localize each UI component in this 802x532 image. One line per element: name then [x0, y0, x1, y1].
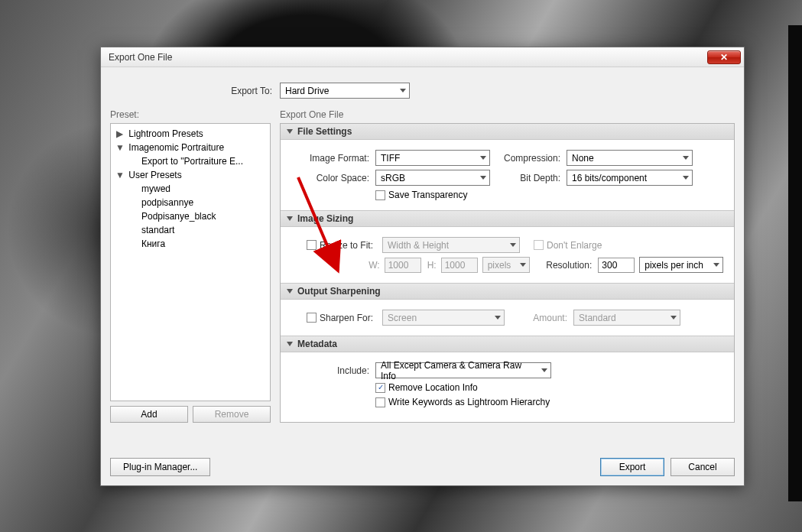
sharpen-for-checkbox[interactable]: [307, 313, 317, 323]
add-preset-button[interactable]: Add: [110, 406, 188, 423]
resize-to-fit-checkbox[interactable]: [307, 240, 317, 250]
resize-to-fit-label: Resize to Fit:: [320, 240, 382, 251]
dialog-body: Export To: Hard Drive Preset: ▶ Lightroo…: [101, 67, 744, 485]
background-image: Export One File ✕ Export To: Hard Drive …: [0, 0, 802, 532]
remove-location-checkbox[interactable]: [375, 383, 385, 393]
close-button[interactable]: ✕: [707, 50, 741, 64]
amount-combo: Standard: [573, 310, 680, 326]
width-input: [385, 258, 421, 273]
dialog-title: Export One File: [109, 52, 172, 63]
preset-item[interactable]: Книга: [111, 237, 270, 251]
chevron-down-icon: [480, 176, 486, 180]
resize-mode-combo: Width & Height: [382, 237, 520, 253]
include-label: Include:: [291, 365, 375, 376]
section-title: File Settings: [297, 126, 352, 137]
section-output-sharpening[interactable]: Output Sharpening: [281, 283, 734, 300]
sharpen-for-combo: Screen: [382, 310, 505, 326]
section-metadata[interactable]: Metadata: [281, 336, 734, 352]
resolution-input[interactable]: [598, 258, 635, 273]
amount-label: Amount:: [505, 313, 573, 323]
dialog-footer: Plug-in Manager... Export Cancel: [110, 458, 735, 476]
w-label: W:: [291, 260, 385, 271]
chevron-down-icon: [713, 263, 719, 267]
bit-depth-label: Bit Depth:: [490, 173, 567, 183]
preset-item[interactable]: podpisannye: [111, 196, 270, 209]
preset-item[interactable]: standart: [111, 223, 270, 237]
columns: Preset: ▶ Lightroom Presets ▼ Imagenomic…: [110, 109, 735, 423]
chevron-down-icon: [541, 368, 547, 372]
settings-scroll[interactable]: File Settings Image Format: TIFF Compres…: [280, 123, 735, 423]
triangle-down-icon: [287, 289, 293, 294]
titlebar: Export One File ✕: [101, 47, 744, 67]
write-keywords-checkbox[interactable]: [375, 397, 385, 407]
settings-column: Export One File File Settings Image Form…: [280, 109, 735, 423]
combo-value: None: [572, 153, 594, 164]
triangle-down-icon: [287, 129, 293, 134]
include-combo[interactable]: All Except Camera & Camera Raw Info: [375, 362, 551, 378]
chevron-down-icon: [683, 156, 689, 160]
save-transparency-label: Save Transparency: [388, 190, 467, 200]
preset-group-label: Lightroom Presets: [128, 128, 203, 139]
write-keywords-label: Write Keywords as Lightroom Hierarchy: [388, 397, 550, 407]
image-format-combo[interactable]: TIFF: [375, 150, 490, 166]
export-to-row: Export To: Hard Drive: [110, 83, 735, 99]
preset-group[interactable]: ▼ User Presets: [111, 168, 270, 182]
preset-group[interactable]: ▼ Imagenomic Portraiture: [111, 141, 270, 154]
combo-value: All Except Camera & Camera Raw Info: [381, 360, 537, 381]
dont-enlarge-checkbox: [534, 240, 544, 250]
section-title: Metadata: [297, 339, 337, 349]
bit-depth-combo[interactable]: 16 bits/component: [567, 170, 693, 186]
export-to-combo[interactable]: Hard Drive: [280, 83, 410, 99]
image-format-label: Image Format:: [291, 153, 375, 164]
compression-label: Compression:: [490, 153, 567, 164]
resolution-label: Resolution:: [530, 260, 599, 271]
triangle-down-icon: ▼: [115, 142, 123, 153]
combo-value: Standard: [579, 313, 616, 323]
section-title: Image Sizing: [297, 213, 353, 224]
preset-column: Preset: ▶ Lightroom Presets ▼ Imagenomic…: [110, 109, 271, 423]
preset-group-label: Imagenomic Portraiture: [128, 142, 224, 153]
section-image-sizing[interactable]: Image Sizing: [281, 210, 734, 227]
chevron-down-icon: [495, 316, 501, 320]
export-to-label: Export To:: [110, 86, 280, 96]
combo-value: pixels per inch: [645, 260, 703, 271]
color-space-label: Color Space:: [291, 173, 375, 183]
section-title: Output Sharpening: [297, 286, 381, 297]
combo-value: pixels: [488, 260, 511, 271]
preset-item[interactable]: Podpisanye_black: [111, 209, 270, 223]
save-transparency-checkbox[interactable]: [375, 190, 385, 200]
preset-item[interactable]: mywed: [111, 182, 270, 196]
preset-list[interactable]: ▶ Lightroom Presets ▼ Imagenomic Portrai…: [110, 123, 271, 401]
chevron-down-icon: [510, 243, 516, 247]
height-input: [441, 258, 478, 273]
dont-enlarge-label: Don't Enlarge: [547, 240, 602, 251]
close-icon: ✕: [720, 52, 728, 63]
chevron-down-icon: [683, 176, 689, 180]
section-file-settings[interactable]: File Settings: [281, 124, 734, 140]
remove-location-label: Remove Location Info: [388, 382, 478, 393]
combo-value: TIFF: [381, 153, 400, 164]
section-body: Include: All Except Camera & Camera Raw …: [281, 352, 734, 417]
combo-value: Screen: [388, 313, 417, 323]
color-space-combo[interactable]: sRGB: [375, 170, 490, 186]
triangle-down-icon: ▼: [115, 170, 123, 180]
preset-group[interactable]: ▶ Lightroom Presets: [111, 127, 270, 141]
compression-combo[interactable]: None: [567, 150, 693, 166]
section-body: Resize to Fit: Width & Height Don't Enla…: [281, 227, 734, 283]
cancel-button[interactable]: Cancel: [670, 458, 735, 476]
wh-units-combo: pixels: [482, 257, 530, 273]
export-button[interactable]: Export: [600, 458, 664, 476]
resolution-units-combo[interactable]: pixels per inch: [639, 257, 723, 273]
chevron-down-icon: [480, 156, 486, 160]
preset-item[interactable]: Export to "Portraiture E...: [111, 154, 270, 168]
preset-group-label: User Presets: [128, 170, 181, 180]
chevron-down-icon: [670, 316, 677, 320]
h-label: H:: [421, 260, 441, 271]
combo-value: 16 bits/component: [572, 173, 647, 183]
section-body: Image Format: TIFF Compression: None: [281, 140, 734, 210]
chevron-down-icon: [400, 89, 406, 92]
export-to-value: Hard Drive: [285, 86, 329, 96]
section-body: Sharpen For: Screen Amount: Standard: [281, 300, 734, 336]
plugin-manager-button[interactable]: Plug-in Manager...: [110, 458, 210, 476]
triangle-down-icon: [287, 342, 293, 346]
